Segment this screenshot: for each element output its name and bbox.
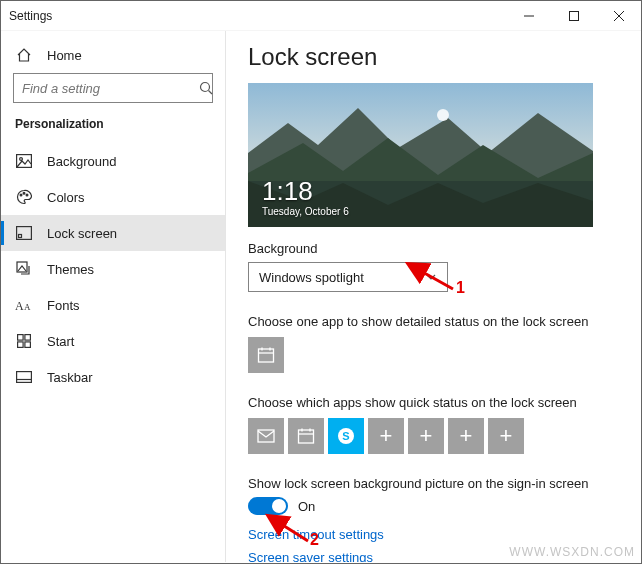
fonts-icon: AA: [15, 296, 33, 314]
section-header: Personalization: [1, 113, 225, 143]
sidebar-item-themes[interactable]: Themes: [1, 251, 225, 287]
sidebar-item-label: Taskbar: [47, 370, 93, 385]
quick-status-tile-skype[interactable]: S: [328, 418, 364, 454]
home-label: Home: [47, 48, 82, 63]
detailed-status-app-tile[interactable]: [248, 337, 284, 373]
svg-rect-12: [19, 235, 22, 238]
svg-rect-17: [25, 335, 31, 341]
sidebar-item-colors[interactable]: Colors: [1, 179, 225, 215]
content-area: Lock screen: [226, 31, 641, 562]
sidebar-item-lock-screen[interactable]: Lock screen: [1, 215, 225, 251]
svg-point-10: [26, 194, 28, 196]
sidebar-item-taskbar[interactable]: Taskbar: [1, 359, 225, 395]
svg-point-4: [201, 83, 210, 92]
picture-icon: [15, 152, 33, 170]
svg-rect-25: [259, 349, 274, 362]
svg-text:A: A: [15, 299, 24, 312]
background-dropdown[interactable]: Windows spotlight: [248, 262, 448, 292]
svg-text:S: S: [342, 430, 349, 442]
svg-rect-20: [17, 372, 32, 383]
minimize-icon: [524, 11, 534, 21]
svg-rect-29: [258, 430, 274, 442]
quick-status-tile-add[interactable]: +: [368, 418, 404, 454]
dropdown-value: Windows spotlight: [259, 270, 364, 285]
sidebar-item-label: Colors: [47, 190, 85, 205]
quick-status-tile-add[interactable]: +: [408, 418, 444, 454]
plus-icon: +: [500, 423, 513, 449]
start-icon: [15, 332, 33, 350]
lock-screen-icon: [15, 224, 33, 242]
search-box[interactable]: [13, 73, 213, 103]
sidebar-item-label: Start: [47, 334, 74, 349]
quick-status-tile-calendar[interactable]: [288, 418, 324, 454]
page-title: Lock screen: [248, 43, 621, 71]
themes-icon: [15, 260, 33, 278]
close-icon: [614, 11, 624, 21]
home-nav[interactable]: Home: [1, 37, 225, 73]
sidebar-item-label: Fonts: [47, 298, 80, 313]
skype-icon: S: [336, 426, 356, 446]
quick-status-tile-mail[interactable]: [248, 418, 284, 454]
titlebar: Settings: [1, 1, 641, 31]
plus-icon: +: [380, 423, 393, 449]
svg-point-7: [20, 158, 23, 161]
taskbar-icon: [15, 368, 33, 386]
sidebar-item-label: Background: [47, 154, 116, 169]
calendar-icon: [297, 427, 315, 445]
svg-text:1: 1: [456, 279, 465, 296]
palette-icon: [15, 188, 33, 206]
preview-date: Tuesday, October 6: [262, 206, 349, 217]
svg-rect-16: [18, 335, 24, 341]
plus-icon: +: [460, 423, 473, 449]
quick-status-tile-add[interactable]: +: [488, 418, 524, 454]
svg-point-9: [23, 192, 25, 194]
quick-status-tile-add[interactable]: +: [448, 418, 484, 454]
svg-rect-1: [569, 11, 578, 20]
sidebar-item-fonts[interactable]: AA Fonts: [1, 287, 225, 323]
maximize-button[interactable]: [551, 1, 596, 31]
signin-picture-toggle[interactable]: [248, 497, 288, 515]
svg-rect-19: [25, 342, 31, 348]
search-icon: [199, 74, 213, 102]
watermark: WWW.WSXDN.COM: [509, 545, 635, 559]
signin-picture-label: Show lock screen background picture on t…: [248, 476, 621, 491]
svg-rect-30: [299, 430, 314, 443]
minimize-button[interactable]: [506, 1, 551, 31]
screen-timeout-link[interactable]: Screen timeout settings: [248, 527, 621, 542]
sidebar-item-label: Lock screen: [47, 226, 117, 241]
preview-clock: 1:18 Tuesday, October 6: [262, 178, 349, 217]
mail-icon: [257, 429, 275, 443]
svg-rect-18: [18, 342, 24, 348]
close-button[interactable]: [596, 1, 641, 31]
settings-window: Settings Home: [0, 0, 642, 564]
quick-status-label: Choose which apps show quick status on t…: [248, 395, 621, 410]
plus-icon: +: [420, 423, 433, 449]
svg-text:A: A: [24, 302, 31, 312]
background-label: Background: [248, 241, 621, 256]
svg-point-24: [437, 109, 449, 121]
preview-time: 1:18: [262, 178, 349, 204]
sidebar: Home Personalization Background: [1, 31, 226, 562]
sidebar-item-label: Themes: [47, 262, 94, 277]
lock-screen-preview: 1:18 Tuesday, October 6: [248, 83, 593, 227]
home-icon: [15, 46, 33, 64]
toggle-state-label: On: [298, 499, 315, 514]
svg-point-8: [20, 194, 22, 196]
window-title: Settings: [9, 9, 52, 23]
calendar-icon: [257, 346, 275, 364]
detailed-status-label: Choose one app to show detailed status o…: [248, 314, 621, 329]
chevron-down-icon: [425, 271, 437, 283]
sidebar-item-start[interactable]: Start: [1, 323, 225, 359]
maximize-icon: [569, 11, 579, 21]
search-input[interactable]: [14, 81, 199, 96]
svg-line-5: [209, 91, 213, 95]
sidebar-item-background[interactable]: Background: [1, 143, 225, 179]
